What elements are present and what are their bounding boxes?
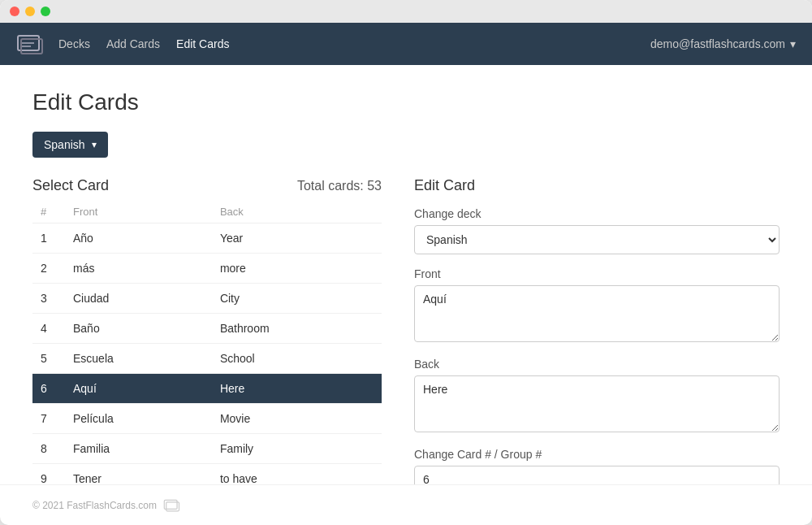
dot-yellow[interactable] (25, 7, 35, 16)
footer: © 2021 FastFlashCards.com (0, 484, 812, 525)
logo-icon (16, 33, 45, 55)
cell-num: 1 (32, 223, 65, 254)
cell-num: 2 (32, 254, 65, 284)
card-table: # Front Back 1 Año Year 2 más more 3 Ciu… (32, 201, 382, 484)
col-front: Front (65, 201, 212, 223)
card-num-label: Change Card # / Group # (414, 448, 780, 461)
page-title: Edit Cards (32, 89, 780, 115)
navbar: Decks Add Cards Edit Cards demo@fastflas… (0, 23, 812, 65)
deck-dropdown-label: Spanish (44, 138, 85, 151)
back-label: Back (414, 358, 780, 371)
titlebar (0, 0, 812, 23)
table-row[interactable]: 3 Ciudad City (32, 284, 382, 314)
front-group: Front (414, 267, 780, 345)
change-deck-label: Change deck (414, 207, 780, 220)
change-deck-group: Change deck SpanishFrenchGerman (414, 207, 780, 254)
cell-front: más (65, 254, 212, 284)
cell-num: 7 (32, 404, 65, 434)
copyright: © 2021 FastFlashCards.com (32, 500, 157, 511)
cell-back: Family (212, 434, 382, 464)
cell-num: 5 (32, 344, 65, 374)
front-textarea[interactable] (414, 285, 780, 342)
cell-front: Película (65, 404, 212, 434)
user-menu[interactable]: demo@fastflashcards.com ▾ (650, 37, 796, 50)
select-card-header: Select Card Total cards: 53 (32, 177, 382, 194)
front-label: Front (414, 267, 780, 280)
cell-back: more (212, 254, 382, 284)
main-layout: Select Card Total cards: 53 # Front Back… (32, 177, 780, 484)
footer-logo-icon (163, 498, 181, 512)
cell-front: Ciudad (65, 284, 212, 314)
table-row[interactable]: 8 Familia Family (32, 434, 382, 464)
edit-card-title: Edit Card (414, 177, 780, 194)
cell-num: 3 (32, 284, 65, 314)
cell-back: Bathroom (212, 314, 382, 344)
table-row[interactable]: 4 Baño Bathroom (32, 314, 382, 344)
cell-back: Here (212, 374, 382, 404)
col-num: # (32, 201, 65, 223)
table-row[interactable]: 6 Aquí Here (32, 374, 382, 404)
cell-num: 6 (32, 374, 65, 404)
table-row[interactable]: 5 Escuela School (32, 344, 382, 374)
total-cards: Total cards: 53 (297, 179, 382, 193)
cell-back: Year (212, 223, 382, 254)
back-group: Back (414, 358, 780, 435)
cell-back: Movie (212, 404, 382, 434)
col-back: Back (212, 201, 382, 223)
cell-front: Baño (65, 314, 212, 344)
card-num-group: Change Card # / Group # (414, 448, 780, 484)
dot-green[interactable] (41, 7, 50, 16)
back-textarea[interactable] (414, 375, 780, 432)
main-content: Edit Cards Spanish Select Card Total car… (0, 65, 812, 484)
cell-back: City (212, 284, 382, 314)
change-deck-select[interactable]: SpanishFrenchGerman (414, 225, 780, 254)
table-row[interactable]: 2 más more (32, 254, 382, 284)
cell-back: to have (212, 464, 382, 485)
cell-front: Tener (65, 464, 212, 485)
select-card-title: Select Card (32, 177, 109, 194)
deck-dropdown-button[interactable]: Spanish (32, 132, 108, 158)
cell-front: Escuela (65, 344, 212, 374)
cell-front: Familia (65, 434, 212, 464)
table-row[interactable]: 1 Año Year (32, 223, 382, 254)
cell-front: Año (65, 223, 212, 254)
nav-edit-cards[interactable]: Edit Cards (176, 37, 229, 50)
table-row[interactable]: 7 Película Movie (32, 404, 382, 434)
table-row[interactable]: 9 Tener to have (32, 464, 382, 485)
cell-back: School (212, 344, 382, 374)
cell-num: 9 (32, 464, 65, 485)
user-menu-chevron-icon: ▾ (790, 37, 796, 50)
nav-add-cards[interactable]: Add Cards (106, 37, 160, 50)
app-window: Decks Add Cards Edit Cards demo@fastflas… (0, 0, 812, 525)
cell-num: 8 (32, 434, 65, 464)
table-header-row: # Front Back (32, 201, 382, 223)
cell-front: Aquí (65, 374, 212, 404)
right-panel: Edit Card Change deck SpanishFrenchGerma… (414, 177, 780, 484)
user-email: demo@fastflashcards.com (650, 37, 785, 50)
left-panel: Select Card Total cards: 53 # Front Back… (32, 177, 382, 484)
dot-red[interactable] (10, 7, 19, 16)
nav-decks[interactable]: Decks (58, 37, 90, 50)
cell-num: 4 (32, 314, 65, 344)
card-num-input[interactable] (414, 466, 780, 484)
